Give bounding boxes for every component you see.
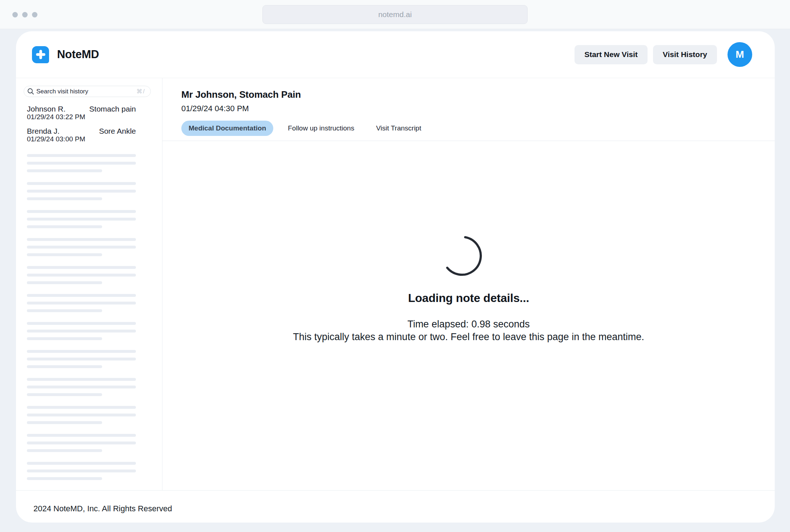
skeleton-visit-placeholder [27, 434, 136, 452]
skeleton-line [27, 322, 136, 325]
skeleton-line [27, 477, 102, 480]
skeleton-line [27, 378, 136, 381]
skeleton-line [27, 162, 136, 165]
app-header: NoteMD Start New Visit Visit History M [16, 31, 775, 78]
skeleton-line [27, 266, 136, 269]
address-bar[interactable]: notemd.ai [262, 5, 528, 24]
window-control-dot [12, 12, 18, 17]
skeleton-line [27, 274, 136, 277]
search-shortcut-badge: ⌘/ [137, 88, 145, 95]
skeleton-line [27, 197, 102, 200]
visit-item-left: Johnson R. 01/29/24 03:22 PM [27, 105, 85, 121]
visit-history-button[interactable]: Visit History [653, 45, 717, 64]
skeleton-visit-placeholder [27, 462, 136, 480]
skeleton-line [27, 238, 136, 241]
skeleton-visit-placeholder [27, 378, 136, 396]
visit-patient-name: Brenda J. [27, 127, 85, 135]
skeleton-visit-placeholder [27, 406, 136, 424]
visit-list-item[interactable]: Johnson R. 01/29/24 03:22 PM Stomach pai… [27, 105, 136, 121]
visit-reason: Sore Ankle [99, 127, 136, 135]
skeleton-visit-placeholder [27, 322, 136, 340]
skeleton-line [27, 253, 102, 256]
skeleton-line [27, 449, 102, 452]
skeleton-line [27, 225, 102, 228]
skeleton-line [27, 302, 136, 305]
app-body: ⌘/ Johnson R. 01/29/24 03:22 PM Stomach … [16, 78, 775, 490]
skeleton-line [27, 210, 136, 213]
visit-patient-name: Johnson R. [27, 105, 85, 113]
skeleton-line [27, 182, 136, 185]
skeleton-line [27, 414, 136, 416]
window-control-dot [32, 12, 37, 17]
loading-state: Loading note details... Time elapsed: 0.… [162, 141, 775, 490]
visit-date: 01/29/24 03:22 PM [27, 113, 85, 121]
search-box[interactable]: ⌘/ [24, 86, 151, 97]
tab-bar: Medical DocumentationFollow up instructi… [181, 121, 775, 136]
tab-visit-transcript[interactable]: Visit Transcript [369, 121, 428, 136]
loading-title: Loading note details... [408, 291, 529, 305]
visit-item-left: Brenda J. 01/29/24 03:00 PM [27, 127, 85, 143]
skeleton-line [27, 442, 136, 444]
skeleton-line [27, 190, 136, 193]
start-new-visit-button[interactable]: Start New Visit [575, 45, 648, 64]
visit-history-sidebar: ⌘/ Johnson R. 01/29/24 03:22 PM Stomach … [16, 78, 162, 490]
tab-follow-up-instructions[interactable]: Follow up instructions [281, 121, 362, 136]
skeleton-line [27, 358, 136, 360]
visit-list: Johnson R. 01/29/24 03:22 PM Stomach pai… [27, 105, 136, 143]
window-controls [12, 12, 37, 17]
visit-date: 01/29/24 03:00 PM [27, 135, 85, 143]
footer: 2024 NoteMD, Inc. All Rights Reserved [16, 490, 775, 523]
spinner-icon [441, 235, 483, 277]
skeleton-line [27, 246, 136, 249]
user-avatar[interactable]: M [727, 42, 752, 67]
loading-note-text: This typically takes a minute or two. Fe… [293, 331, 644, 343]
skeleton-visit-placeholder [27, 210, 136, 228]
skeleton-line [27, 309, 102, 312]
visit-datetime: 01/29/24 04:30 PM [181, 104, 775, 113]
loading-skeleton-list [27, 154, 136, 480]
page-title: Mr Johnson, Stomach Pain [181, 89, 775, 100]
search-icon [27, 88, 34, 95]
skeleton-line [27, 350, 136, 353]
window-control-dot [22, 12, 28, 17]
skeleton-line [27, 281, 102, 284]
app-name: NoteMD [57, 48, 99, 61]
skeleton-line [27, 421, 102, 424]
skeleton-line [27, 386, 136, 388]
skeleton-line [27, 434, 136, 437]
skeleton-line [27, 169, 102, 172]
copyright-text: 2024 NoteMD, Inc. All Rights Reserved [33, 504, 172, 513]
browser-chrome: notemd.ai [0, 0, 790, 29]
skeleton-line [27, 393, 102, 396]
skeleton-line [27, 330, 136, 332]
skeleton-line [27, 154, 136, 157]
skeleton-line [27, 406, 136, 409]
skeleton-visit-placeholder [27, 266, 136, 284]
skeleton-visit-placeholder [27, 350, 136, 368]
skeleton-line [27, 365, 102, 368]
skeleton-line [27, 462, 136, 465]
skeleton-visit-placeholder [27, 294, 136, 312]
skeleton-line [27, 337, 102, 340]
search-input[interactable] [36, 88, 137, 95]
skeleton-visit-placeholder [27, 182, 136, 200]
loading-elapsed-text: Time elapsed: 0.98 seconds [407, 318, 530, 331]
skeleton-visit-placeholder [27, 238, 136, 256]
skeleton-visit-placeholder [27, 154, 136, 172]
plus-icon [32, 46, 49, 63]
skeleton-line [27, 294, 136, 297]
skeleton-line [27, 469, 136, 472]
visit-list-item[interactable]: Brenda J. 01/29/24 03:00 PM Sore Ankle [27, 127, 136, 143]
note-panel: Mr Johnson, Stomach Pain 01/29/24 04:30 … [162, 78, 775, 490]
tab-medical-documentation[interactable]: Medical Documentation [181, 121, 273, 136]
app-window: NoteMD Start New Visit Visit History M ⌘… [16, 31, 775, 523]
skeleton-line [27, 218, 136, 221]
note-header: Mr Johnson, Stomach Pain 01/29/24 04:30 … [162, 78, 775, 141]
visit-reason: Stomach pain [89, 105, 136, 113]
